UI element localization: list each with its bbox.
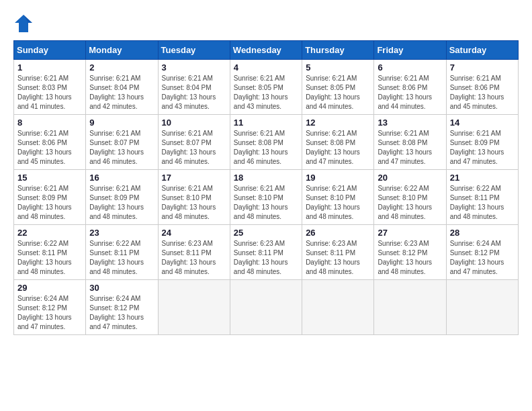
weekday-header-monday: Monday <box>86 41 158 60</box>
day-number: 14 <box>450 118 515 128</box>
weekday-header-tuesday: Tuesday <box>158 41 230 60</box>
day-number: 2 <box>89 62 154 73</box>
day-number: 7 <box>450 62 515 73</box>
calendar-cell: 22Sunrise: 6:22 AMSunset: 8:11 PMDayligh… <box>14 225 86 280</box>
weekday-header-sunday: Sunday <box>14 41 86 60</box>
calendar-cell: 23Sunrise: 6:22 AMSunset: 8:11 PMDayligh… <box>86 225 158 280</box>
day-number: 3 <box>162 62 226 73</box>
day-number: 8 <box>17 118 82 128</box>
day-number: 11 <box>234 118 298 128</box>
day-number: 13 <box>378 118 442 128</box>
day-info: Sunrise: 6:21 AMSunset: 8:09 PMDaylight:… <box>17 184 82 222</box>
calendar-cell: 2Sunrise: 6:21 AMSunset: 8:04 PMDaylight… <box>86 60 158 115</box>
week-row-4: 22Sunrise: 6:22 AMSunset: 8:11 PMDayligh… <box>14 225 519 280</box>
calendar-cell: 18Sunrise: 6:21 AMSunset: 8:10 PMDayligh… <box>230 170 302 225</box>
calendar-cell <box>230 280 302 335</box>
day-info: Sunrise: 6:21 AMSunset: 8:07 PMDaylight:… <box>89 129 154 167</box>
calendar-cell: 27Sunrise: 6:23 AMSunset: 8:12 PMDayligh… <box>374 225 446 280</box>
day-info: Sunrise: 6:24 AMSunset: 8:12 PMDaylight:… <box>89 294 154 332</box>
page-header <box>13 13 519 34</box>
day-info: Sunrise: 6:21 AMSunset: 8:08 PMDaylight:… <box>234 129 298 167</box>
day-info: Sunrise: 6:21 AMSunset: 8:10 PMDaylight:… <box>306 184 370 222</box>
day-info: Sunrise: 6:21 AMSunset: 8:07 PMDaylight:… <box>162 129 226 167</box>
calendar-cell: 17Sunrise: 6:21 AMSunset: 8:10 PMDayligh… <box>158 170 230 225</box>
day-info: Sunrise: 6:21 AMSunset: 8:04 PMDaylight:… <box>162 74 226 111</box>
weekday-header-wednesday: Wednesday <box>230 41 302 60</box>
calendar-cell: 5Sunrise: 6:21 AMSunset: 8:05 PMDaylight… <box>302 60 374 115</box>
weekday-header-saturday: Saturday <box>446 41 518 60</box>
day-number: 26 <box>306 228 370 238</box>
calendar-cell: 21Sunrise: 6:22 AMSunset: 8:11 PMDayligh… <box>446 170 518 225</box>
day-number: 29 <box>17 283 82 293</box>
day-info: Sunrise: 6:21 AMSunset: 8:08 PMDaylight:… <box>378 129 442 167</box>
day-info: Sunrise: 6:22 AMSunset: 8:11 PMDaylight:… <box>17 239 82 277</box>
day-info: Sunrise: 6:24 AMSunset: 8:12 PMDaylight:… <box>450 239 515 277</box>
day-number: 9 <box>89 118 154 128</box>
day-info: Sunrise: 6:23 AMSunset: 8:11 PMDaylight:… <box>162 239 226 277</box>
day-info: Sunrise: 6:22 AMSunset: 8:11 PMDaylight:… <box>450 184 515 222</box>
logo-icon <box>13 13 34 34</box>
calendar-cell: 16Sunrise: 6:21 AMSunset: 8:09 PMDayligh… <box>86 170 158 225</box>
calendar-cell: 8Sunrise: 6:21 AMSunset: 8:06 PMDaylight… <box>14 115 86 170</box>
day-number: 10 <box>162 118 226 128</box>
calendar-cell: 15Sunrise: 6:21 AMSunset: 8:09 PMDayligh… <box>14 170 86 225</box>
calendar-cell: 13Sunrise: 6:21 AMSunset: 8:08 PMDayligh… <box>374 115 446 170</box>
day-info: Sunrise: 6:23 AMSunset: 8:12 PMDaylight:… <box>378 239 442 277</box>
day-info: Sunrise: 6:23 AMSunset: 8:11 PMDaylight:… <box>306 239 370 277</box>
day-info: Sunrise: 6:21 AMSunset: 8:06 PMDaylight:… <box>450 74 515 111</box>
calendar-cell: 1Sunrise: 6:21 AMSunset: 8:03 PMDaylight… <box>14 60 86 115</box>
day-number: 25 <box>234 228 298 238</box>
calendar-cell: 9Sunrise: 6:21 AMSunset: 8:07 PMDaylight… <box>86 115 158 170</box>
day-number: 20 <box>378 173 442 183</box>
calendar-cell: 19Sunrise: 6:21 AMSunset: 8:10 PMDayligh… <box>302 170 374 225</box>
day-info: Sunrise: 6:21 AMSunset: 8:09 PMDaylight:… <box>450 129 515 167</box>
day-info: Sunrise: 6:21 AMSunset: 8:04 PMDaylight:… <box>89 74 154 111</box>
day-number: 6 <box>378 62 442 73</box>
calendar-cell: 24Sunrise: 6:23 AMSunset: 8:11 PMDayligh… <box>158 225 230 280</box>
calendar-cell: 11Sunrise: 6:21 AMSunset: 8:08 PMDayligh… <box>230 115 302 170</box>
day-number: 21 <box>450 173 515 183</box>
day-number: 1 <box>17 62 82 73</box>
day-info: Sunrise: 6:24 AMSunset: 8:12 PMDaylight:… <box>17 294 82 332</box>
week-row-2: 8Sunrise: 6:21 AMSunset: 8:06 PMDaylight… <box>14 115 519 170</box>
calendar-cell <box>158 280 230 335</box>
day-number: 15 <box>17 173 82 183</box>
calendar-cell: 30Sunrise: 6:24 AMSunset: 8:12 PMDayligh… <box>86 280 158 335</box>
calendar-cell: 28Sunrise: 6:24 AMSunset: 8:12 PMDayligh… <box>446 225 518 280</box>
day-info: Sunrise: 6:21 AMSunset: 8:03 PMDaylight:… <box>17 74 82 111</box>
week-row-3: 15Sunrise: 6:21 AMSunset: 8:09 PMDayligh… <box>14 170 519 225</box>
calendar-cell: 29Sunrise: 6:24 AMSunset: 8:12 PMDayligh… <box>14 280 86 335</box>
weekday-header-row: SundayMondayTuesdayWednesdayThursdayFrid… <box>14 41 519 60</box>
calendar-cell: 3Sunrise: 6:21 AMSunset: 8:04 PMDaylight… <box>158 60 230 115</box>
logo <box>13 13 36 34</box>
svg-marker-0 <box>15 15 32 32</box>
calendar-cell: 7Sunrise: 6:21 AMSunset: 8:06 PMDaylight… <box>446 60 518 115</box>
day-info: Sunrise: 6:21 AMSunset: 8:05 PMDaylight:… <box>306 74 370 111</box>
day-number: 4 <box>234 62 298 73</box>
calendar-cell: 12Sunrise: 6:21 AMSunset: 8:08 PMDayligh… <box>302 115 374 170</box>
day-info: Sunrise: 6:23 AMSunset: 8:11 PMDaylight:… <box>234 239 298 277</box>
day-number: 17 <box>162 173 226 183</box>
calendar-cell <box>374 280 446 335</box>
calendar-cell <box>446 280 518 335</box>
day-number: 16 <box>89 173 154 183</box>
day-info: Sunrise: 6:22 AMSunset: 8:11 PMDaylight:… <box>89 239 154 277</box>
day-number: 5 <box>306 62 370 73</box>
week-row-1: 1Sunrise: 6:21 AMSunset: 8:03 PMDaylight… <box>14 60 519 115</box>
calendar-cell: 4Sunrise: 6:21 AMSunset: 8:05 PMDaylight… <box>230 60 302 115</box>
day-number: 28 <box>450 228 515 238</box>
day-info: Sunrise: 6:21 AMSunset: 8:06 PMDaylight:… <box>378 74 442 111</box>
day-number: 22 <box>17 228 82 238</box>
day-number: 19 <box>306 173 370 183</box>
day-info: Sunrise: 6:21 AMSunset: 8:06 PMDaylight:… <box>17 129 82 167</box>
weekday-header-thursday: Thursday <box>302 41 374 60</box>
calendar-cell <box>302 280 374 335</box>
day-info: Sunrise: 6:22 AMSunset: 8:10 PMDaylight:… <box>378 184 442 222</box>
day-info: Sunrise: 6:21 AMSunset: 8:09 PMDaylight:… <box>89 184 154 222</box>
calendar-cell: 20Sunrise: 6:22 AMSunset: 8:10 PMDayligh… <box>374 170 446 225</box>
day-info: Sunrise: 6:21 AMSunset: 8:05 PMDaylight:… <box>234 74 298 111</box>
calendar-cell: 26Sunrise: 6:23 AMSunset: 8:11 PMDayligh… <box>302 225 374 280</box>
day-number: 18 <box>234 173 298 183</box>
weekday-header-friday: Friday <box>374 41 446 60</box>
week-row-5: 29Sunrise: 6:24 AMSunset: 8:12 PMDayligh… <box>14 280 519 335</box>
